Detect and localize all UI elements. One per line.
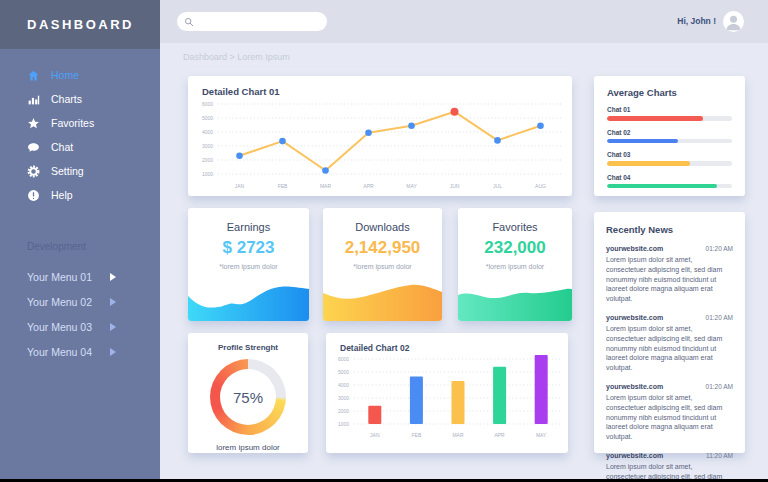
news-timestamp: 01:20 AM <box>706 314 733 321</box>
profile-donut: 75% <box>210 359 286 435</box>
search-box[interactable] <box>177 12 327 31</box>
breadcrumb[interactable]: Dashboard > Lorem Ipsum <box>183 52 290 62</box>
panel-title: Recently News <box>606 224 733 235</box>
progress-row: Chat 03 <box>607 151 732 166</box>
user-avatar[interactable] <box>723 11 744 32</box>
sidebar-item-favorites[interactable]: Favorites <box>0 111 160 135</box>
recently-news-card: Recently News yourwebsite.com 01:20 AM L… <box>594 212 745 453</box>
sidebar-item-help[interactable]: Help <box>0 183 160 207</box>
news-timestamp: 01:20 AM <box>706 383 733 390</box>
svg-text:1000: 1000 <box>338 421 349 427</box>
sidebar: DASHBOARD Home Charts Favorites <box>0 0 160 482</box>
sidebar-item-home[interactable]: Home <box>0 63 160 87</box>
user-greeting: Hi, John ! <box>677 16 716 26</box>
stat-caption: *lorem ipsum dolor <box>458 263 572 270</box>
news-timestamp: 11:20 AM <box>706 452 733 459</box>
progress-track <box>607 116 732 121</box>
progress-track <box>607 139 732 144</box>
progress-label: Chat 03 <box>607 151 732 158</box>
panel-title: Average Charts <box>607 87 732 98</box>
svg-text:6000: 6000 <box>338 356 349 362</box>
svg-text:FEB: FEB <box>278 183 288 189</box>
earnings-card: Earnings $ 2723 *lorem ipsum dolor <box>188 208 309 321</box>
svg-text:1000: 1000 <box>202 171 213 177</box>
panel-title: Profile Strenght <box>188 343 308 352</box>
news-source-link[interactable]: yourwebsite.com <box>606 452 663 459</box>
news-source-link[interactable]: yourwebsite.com <box>606 383 663 390</box>
svg-text:2000: 2000 <box>338 408 349 414</box>
svg-text:JUN: JUN <box>450 183 460 189</box>
favorites-card: Favorites 232,000 *lorem ipsum dolor <box>458 208 572 321</box>
svg-text:6000: 6000 <box>202 101 213 107</box>
downloads-card: Downloads 2,142,950 *lorem ipsum dolor <box>323 208 442 321</box>
svg-text:3000: 3000 <box>338 395 349 401</box>
news-timestamp: 01:20 AM <box>706 245 733 252</box>
donut-value: 75% <box>233 389 263 406</box>
topbar: Hi, John ! <box>160 0 768 43</box>
progress-fill <box>607 161 690 166</box>
sidebar-item-your-menu-02[interactable]: Your Menu 02 <box>0 289 160 314</box>
sidebar-item-chat[interactable]: Chat <box>0 135 160 159</box>
svg-text:JAN: JAN <box>370 432 380 438</box>
svg-text:5000: 5000 <box>202 115 213 121</box>
sidebar-item-label: Help <box>51 189 73 201</box>
detailed-chart-02-card: Detailed Chart 02 6000500040003000200010… <box>326 333 568 453</box>
stat-title: Downloads <box>323 221 442 233</box>
progress-label: Chat 02 <box>607 129 732 136</box>
search-icon <box>184 17 194 27</box>
progress-track <box>607 161 732 166</box>
help-icon <box>27 189 40 202</box>
progress-row: Chat 04 <box>607 174 732 189</box>
news-body: Lorem ipsum dolor sit amet, consectetuer… <box>606 393 733 442</box>
news-item[interactable]: yourwebsite.com 11:20 AM Lorem ipsum dol… <box>606 452 733 482</box>
stat-caption: *lorem ipsum dolor <box>323 263 442 270</box>
progress-fill <box>607 184 717 189</box>
svg-text:MAR: MAR <box>452 432 464 438</box>
svg-text:4000: 4000 <box>202 129 213 135</box>
sidebar-item-label: Favorites <box>51 117 94 129</box>
svg-text:2000: 2000 <box>202 157 213 163</box>
svg-text:5000: 5000 <box>338 369 349 375</box>
news-item[interactable]: yourwebsite.com 01:20 AM Lorem ipsum dol… <box>606 383 733 442</box>
svg-text:MAY: MAY <box>406 183 417 189</box>
chevron-right-icon <box>110 323 116 331</box>
stat-value: $ 2723 <box>188 238 309 258</box>
sidebar-item-setting[interactable]: Setting <box>0 159 160 183</box>
sidebar-item-label: Charts <box>51 93 82 105</box>
chevron-right-icon <box>110 298 116 306</box>
star-icon <box>27 117 40 130</box>
gear-icon <box>27 165 40 178</box>
dev-item-label: Your Menu 03 <box>27 321 92 333</box>
stat-caption: *lorem ipsum dolor <box>188 263 309 270</box>
search-input[interactable] <box>199 17 309 27</box>
sidebar-item-your-menu-01[interactable]: Your Menu 01 <box>0 264 160 289</box>
news-source-link[interactable]: yourwebsite.com <box>606 314 663 321</box>
sidebar-item-your-menu-03[interactable]: Your Menu 03 <box>0 314 160 339</box>
sidebar-nav: Home Charts Favorites Chat <box>0 63 160 207</box>
svg-text:APR: APR <box>363 183 374 189</box>
stat-value: 2,142,950 <box>323 238 442 258</box>
average-charts-card: Average Charts Chat 01 Chat 02 Chat 03 C… <box>594 76 745 196</box>
svg-text:FEB: FEB <box>412 432 422 438</box>
news-item[interactable]: yourwebsite.com 01:20 AM Lorem ipsum dol… <box>606 245 733 304</box>
chart-title: Detailed Chart 01 <box>202 86 280 97</box>
news-source-link[interactable]: yourwebsite.com <box>606 245 663 252</box>
earnings-wave-chart <box>188 283 309 321</box>
sidebar-item-charts[interactable]: Charts <box>0 87 160 111</box>
chevron-right-icon <box>110 348 116 356</box>
dashboard-screen: DASHBOARD Home Charts Favorites <box>0 0 768 482</box>
donut-hole: 75% <box>220 369 276 425</box>
sidebar-item-your-menu-04[interactable]: Your Menu 04 <box>0 339 160 364</box>
dev-item-label: Your Menu 04 <box>27 346 92 358</box>
profile-caption: lorem ipsum dolor <box>188 443 308 452</box>
svg-text:MAR: MAR <box>320 183 332 189</box>
stat-title: Earnings <box>188 221 309 233</box>
chart-title: Detailed Chart 02 <box>340 343 409 353</box>
news-item[interactable]: yourwebsite.com 01:20 AM Lorem ipsum dol… <box>606 314 733 373</box>
detailed-chart-01-card: Detailed Chart 01 6000500040003000200010… <box>188 76 572 196</box>
chat-bubble-icon <box>27 141 40 154</box>
progress-label: Chat 04 <box>607 174 732 181</box>
sidebar-item-label: Home <box>51 69 79 81</box>
progress-label: Chat 01 <box>607 106 732 113</box>
stat-title: Favorites <box>458 221 572 233</box>
